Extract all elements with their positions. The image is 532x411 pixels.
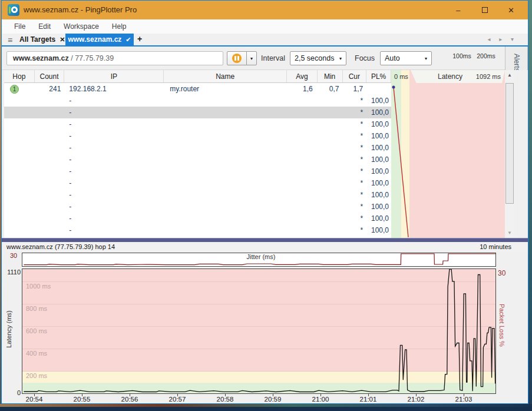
- tab-close-icon[interactable]: ✕: [60, 36, 65, 44]
- table-row[interactable]: -*100,0: [4, 224, 391, 236]
- table-scrollbar[interactable]: ▲ ▼: [505, 70, 514, 238]
- window-title: www.seznam.cz - PingPlotter Pro: [24, 5, 137, 14]
- column-header-name[interactable]: Name: [164, 70, 287, 82]
- x-axis-label: 20:56: [117, 396, 143, 403]
- hop-latency-panel: 0 ms Latency 1092 ms: [391, 70, 505, 238]
- wallpaper-right: [528, 0, 532, 411]
- menu-bar: File Edit Workspace Help: [2, 19, 528, 34]
- column-header-avg[interactable]: Avg: [287, 70, 318, 82]
- tab-scroll-icons[interactable]: ◂ ▸ ▾: [487, 36, 517, 42]
- table-row[interactable]: -*100,0: [4, 201, 391, 213]
- pause-icon: [232, 54, 242, 63]
- focus-value: Auto: [385, 54, 400, 62]
- target-ip: / 77.75.79.39: [69, 54, 114, 62]
- jitter-max-label: 30: [10, 252, 17, 259]
- latency-axis-title: Latency (ms): [5, 306, 12, 353]
- maximize-button[interactable]: [471, 1, 498, 19]
- legend-200ms-label: 200ms: [474, 52, 498, 59]
- pingplotter-window: www.seznam.cz - PingPlotter Pro – ✕ File…: [1, 0, 528, 404]
- target-host: www.seznam.cz: [13, 54, 69, 62]
- column-header-cur[interactable]: Cur: [343, 70, 367, 82]
- hop-trace-chart: [391, 70, 505, 238]
- table-row[interactable]: -*100,0: [4, 165, 391, 177]
- table-row[interactable]: -*100,0: [4, 177, 391, 189]
- tab-all-targets-label: All Targets: [19, 35, 55, 44]
- table-row[interactable]: -*100,0: [4, 142, 391, 154]
- scrollbar-thumb[interactable]: [505, 83, 514, 204]
- column-header-pl[interactable]: PL%: [366, 70, 391, 82]
- table-row[interactable]: -*100,0: [4, 154, 391, 165]
- table-row[interactable]: -*100,0: [4, 213, 391, 224]
- column-header-ip[interactable]: IP: [64, 70, 164, 82]
- app-icon: [8, 4, 19, 16]
- hop-table: HopCountIPNameAvgMinCurPL% 1241192.168.2…: [4, 70, 391, 238]
- maximize-icon: [482, 7, 488, 13]
- table-row[interactable]: -*100,0: [4, 189, 391, 201]
- x-axis-label: 21:03: [451, 396, 477, 403]
- scroll-down-icon[interactable]: ▼: [505, 228, 514, 238]
- column-header-min[interactable]: Min: [318, 70, 343, 82]
- splitter-divider[interactable]: [2, 238, 528, 242]
- table-row[interactable]: -*100,0: [4, 95, 391, 107]
- column-header-hop[interactable]: Hop: [4, 70, 35, 82]
- timeline-header: www.seznam.cz (77.75.79.39) hop 14 10 mi…: [2, 242, 528, 251]
- target-address-box[interactable]: www.seznam.cz / 77.75.79.39: [6, 51, 223, 65]
- table-row[interactable]: 1241192.168.2.1my.router1,60,71,7: [4, 83, 391, 95]
- latency-axis-max: 1110: [4, 269, 21, 276]
- column-header-count[interactable]: Count: [35, 70, 65, 82]
- menu-file[interactable]: File: [8, 20, 32, 33]
- timeline-range-label: 10 minutes: [480, 243, 511, 250]
- table-row[interactable]: -*100,0: [4, 107, 391, 118]
- x-axis-label: 20:54: [21, 396, 47, 403]
- jitter-title: Jitter (ms): [226, 253, 296, 260]
- tab-seznam-label: www.seznam.cz: [68, 35, 121, 44]
- interval-select[interactable]: 2,5 seconds ▾: [290, 51, 346, 65]
- tab-all-targets[interactable]: All Targets ✕: [19, 34, 65, 45]
- scroll-up-icon[interactable]: ▲: [505, 70, 514, 80]
- title-bar[interactable]: www.seznam.cz - PingPlotter Pro – ✕: [2, 1, 528, 19]
- chevron-down-icon: ▾: [425, 56, 427, 61]
- tab-www-seznam-cz[interactable]: www.seznam.cz ✔: [65, 34, 134, 45]
- interval-label: Interval: [261, 54, 285, 62]
- focus-label: Focus: [355, 54, 375, 62]
- desktop: www.seznam.cz - PingPlotter Pro – ✕ File…: [0, 0, 532, 411]
- packet-loss-axis-title: Packet Loss %: [498, 304, 505, 347]
- interval-value: 2,5 seconds: [295, 54, 334, 62]
- right-gutter: [514, 70, 528, 238]
- packet-loss-axis-max: 30: [498, 269, 505, 277]
- tab-check-icon: ✔: [125, 36, 131, 44]
- legend-100ms-label: 100ms: [450, 52, 474, 59]
- menu-help[interactable]: Help: [105, 20, 133, 33]
- new-tab-button[interactable]: +: [137, 34, 142, 44]
- x-axis-label: 20:55: [69, 396, 95, 403]
- hop-table-header: HopCountIPNameAvgMinCurPL%: [4, 70, 391, 83]
- close-button[interactable]: ✕: [498, 1, 524, 19]
- x-axis-label: 21:02: [403, 396, 429, 403]
- taskbar-strip: [0, 407, 532, 411]
- hop-table-rows: 1241192.168.2.1my.router1,60,71,7-*100,0…: [4, 83, 391, 236]
- latency-line: [22, 269, 495, 393]
- timeline-target-label: www.seznam.cz (77.75.79.39) hop 14: [6, 243, 115, 250]
- alerts-label: Alerts: [513, 54, 521, 72]
- table-row[interactable]: -*100,0: [4, 118, 391, 130]
- hop-number-badge: 1: [10, 85, 19, 94]
- menu-workspace[interactable]: Workspace: [57, 20, 105, 33]
- latency-axis-min: 0: [4, 389, 21, 396]
- menu-edit[interactable]: Edit: [32, 20, 57, 33]
- minimize-button[interactable]: –: [445, 1, 471, 19]
- pause-button[interactable]: [227, 51, 247, 65]
- hamburger-icon[interactable]: ≡: [8, 35, 12, 45]
- x-axis-label: 21:00: [308, 396, 333, 403]
- focus-select[interactable]: Auto ▾: [380, 51, 432, 65]
- x-axis-label: 20:58: [212, 396, 238, 403]
- x-axis-label: 21:01: [355, 396, 381, 403]
- latency-timeline-chart: 1000 ms800 ms600 ms400 ms200 ms: [22, 269, 496, 394]
- target-toolbar: www.seznam.cz / 77.75.79.39 ▾ Interval 2…: [2, 47, 528, 70]
- tab-strip: ≡ All Targets ✕ www.seznam.cz ✔ + ◂ ▸ ▾: [2, 34, 528, 45]
- x-axis-label: 20:57: [164, 396, 190, 403]
- x-axis-label: 20:59: [260, 396, 286, 403]
- pause-dropdown-button[interactable]: ▾: [246, 51, 257, 65]
- chevron-down-icon: ▾: [339, 56, 342, 61]
- table-row[interactable]: -*100,0: [4, 130, 391, 142]
